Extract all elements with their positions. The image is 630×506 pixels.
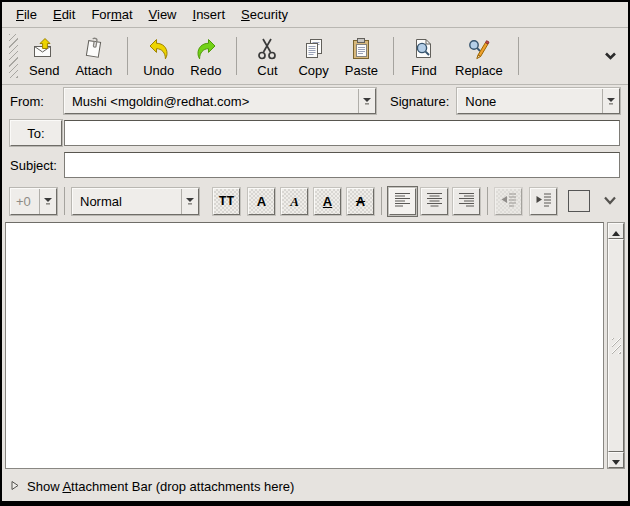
toolbar-separator [236,37,237,75]
chevron-down-icon [603,49,618,64]
signature-select[interactable]: None [457,88,620,114]
find-icon [411,36,437,62]
menu-bar: File Edit Format View Insert Security [2,2,628,28]
subject-input[interactable] [64,152,620,178]
send-icon [31,36,57,62]
scroll-down-button[interactable] [608,452,624,468]
toolbar-overflow-button[interactable] [603,49,618,64]
send-button[interactable]: Send [21,31,67,81]
combo-arrow-icon [39,189,56,214]
combo-arrow-icon [602,89,619,113]
align-right-icon [457,190,476,212]
redo-icon [193,36,219,62]
to-button[interactable]: To: [10,120,62,146]
replace-icon [466,36,492,62]
font-size-select[interactable]: +0 [10,188,57,215]
format-toolbar: +0 Normal TT A A A A [2,181,628,221]
attach-icon [81,36,107,62]
to-input[interactable] [64,120,620,146]
unindent-button[interactable] [495,188,522,215]
unindent-icon [499,190,518,212]
underline-icon: A [323,195,332,208]
cut-label: Cut [257,63,277,78]
chevron-down-icon [602,194,618,209]
from-select[interactable]: Mushi <mgoldin@redhat.com> [64,88,376,114]
attach-label: Attach [75,63,112,78]
replace-label: Replace [455,63,503,78]
menu-edit[interactable]: Edit [45,4,83,25]
paste-button[interactable]: Paste [337,31,386,81]
from-row: From: Mushi <mgoldin@redhat.com> Signatu… [2,85,628,117]
format-separator [487,187,488,215]
signature-label: Signature: [390,94,449,109]
vertical-scrollbar[interactable] [607,222,625,469]
message-body-area [5,222,625,469]
combo-arrow-icon [358,89,375,113]
menu-format[interactable]: Format [83,4,140,25]
bold-toggle-button[interactable]: A [248,188,275,215]
menu-file[interactable]: File [8,4,45,25]
underline-toggle-button[interactable]: A [314,188,341,215]
scroll-up-button[interactable] [608,223,624,239]
copy-button[interactable]: Copy [290,31,336,81]
paragraph-style-value: Normal [73,189,181,214]
find-label: Find [411,63,436,78]
copy-label: Copy [298,63,328,78]
find-button[interactable]: Find [401,31,447,81]
arrow-down-icon [612,453,620,468]
paste-label: Paste [345,63,378,78]
toolbar-separator [127,37,128,75]
indent-button[interactable] [530,188,557,215]
toolbar-separator [393,37,394,75]
menu-security[interactable]: Security [233,4,296,25]
paragraph-style-select[interactable]: Normal [72,188,199,215]
signature-value: None [458,89,602,113]
subject-label: Subject: [10,158,64,173]
cut-icon [254,36,280,62]
from-value: Mushi <mgoldin@redhat.com> [65,89,358,113]
combo-arrow-icon [181,189,198,214]
typewriter-toggle-button[interactable]: TT [213,188,240,215]
from-label: From: [10,94,64,109]
attach-button[interactable]: Attach [67,31,120,81]
toolbar-grip-handle[interactable] [9,34,18,78]
expander-triangle-icon[interactable] [11,479,19,494]
menu-view[interactable]: View [141,4,185,25]
align-right-button[interactable] [453,188,480,215]
format-overflow-button[interactable] [602,194,618,209]
message-body-input[interactable] [5,222,604,469]
replace-button[interactable]: Replace [447,31,511,81]
toolbar-separator [518,37,519,75]
align-left-button[interactable] [389,188,416,215]
font-size-value: +0 [11,189,39,214]
mail-composer-window: File Edit Format View Insert Security Se… [0,0,630,506]
redo-button[interactable]: Redo [182,31,229,81]
italic-icon: A [290,195,299,208]
scrollbar-grip [612,338,621,354]
align-center-button[interactable] [421,188,448,215]
scrollbar-thumb[interactable] [608,239,624,452]
arrow-up-icon [612,224,620,239]
format-separator [64,187,65,215]
undo-label: Undo [143,63,174,78]
italic-toggle-button[interactable]: A [281,188,308,215]
undo-button[interactable]: Undo [135,31,182,81]
copy-icon [301,36,327,62]
send-label: Send [29,63,59,78]
paste-icon [348,36,374,62]
strikethrough-toggle-button[interactable]: A [347,188,374,215]
subject-row: Subject: [2,149,628,181]
align-center-icon [425,190,444,212]
main-toolbar: Send Attach Undo [2,28,628,85]
attachment-bar-label: Show Attachment Bar (drop attachments he… [27,479,294,494]
strikethrough-icon: A [356,195,365,208]
menu-insert[interactable]: Insert [185,4,234,25]
format-separator [381,187,382,215]
redo-label: Redo [190,63,221,78]
attachment-bar-toggle[interactable]: Show Attachment Bar (drop attachments he… [2,471,628,501]
font-color-swatch[interactable] [568,190,590,212]
to-row: To: [2,117,628,149]
typewriter-icon: TT [219,195,235,208]
undo-icon [146,36,172,62]
cut-button[interactable]: Cut [244,31,290,81]
